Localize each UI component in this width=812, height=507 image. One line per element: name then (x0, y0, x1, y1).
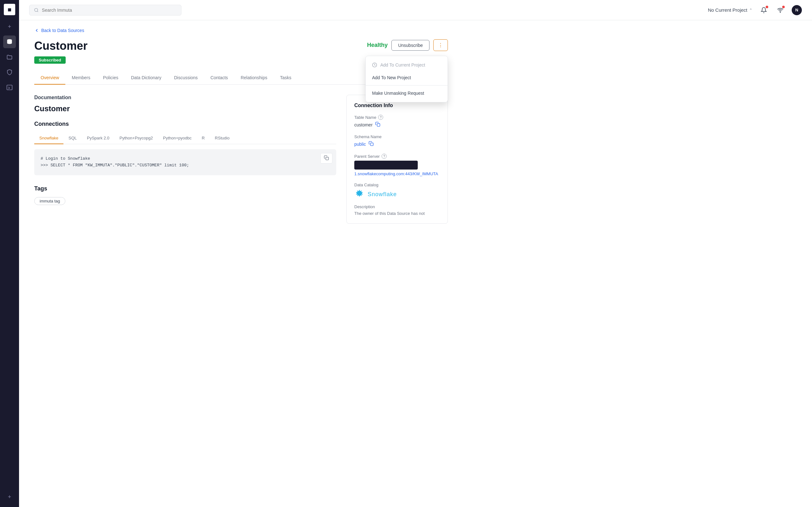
right-column: Connection Info Table Name ? customer (346, 95, 448, 224)
conn-tab-rstudio[interactable]: RStudio (210, 132, 235, 144)
add-to-new-project-item[interactable]: Add To New Project (366, 71, 448, 84)
tab-discussions[interactable]: Discussions (168, 71, 204, 84)
back-link[interactable]: Back to Data Sources (34, 28, 448, 33)
code-line-1: # Login to Snowflake (41, 156, 330, 162)
snowflake-brand-icon (354, 189, 364, 199)
header-actions: Healthy Unsubscribe ⋮ Add To Current Pro… (367, 39, 448, 51)
tab-tasks[interactable]: Tasks (274, 71, 298, 84)
page-title: Customer (34, 39, 88, 53)
page-content: Back to Data Sources Customer Subscribed… (19, 20, 463, 231)
project-selector[interactable]: No Current Project ⌃ (708, 7, 752, 13)
tab-contacts[interactable]: Contacts (204, 71, 234, 84)
snowflake-brand-text: Snowflake (368, 191, 397, 198)
snowflake-logo: Snowflake (354, 189, 440, 199)
add-nav-icon[interactable]: + (3, 20, 16, 33)
shield-nav-icon[interactable] (3, 66, 16, 78)
page-title-section: Customer Subscribed (34, 39, 88, 64)
tag-item: immuta tag (34, 197, 65, 205)
svg-marker-8 (356, 190, 363, 197)
conn-tab-psycopg2[interactable]: Python+Psycopg2 (114, 132, 158, 144)
dropdown-divider (366, 85, 448, 86)
tab-overview[interactable]: Overview (34, 71, 65, 84)
header-right: No Current Project ⌃ N (708, 5, 802, 15)
app-logo: ■ (4, 4, 15, 15)
add-current-project-label: Add To Current Project (380, 62, 425, 67)
table-name-copy-icon[interactable] (375, 122, 380, 128)
code-copy-button[interactable] (320, 153, 333, 164)
svg-point-2 (35, 8, 38, 11)
two-col-layout: Documentation Customer Connections Snowf… (34, 95, 448, 224)
database-nav-icon[interactable] (3, 36, 16, 48)
tab-relationships[interactable]: Relationships (235, 71, 274, 84)
conn-tab-sql[interactable]: SQL (63, 132, 82, 144)
top-header: No Current Project ⌃ N (19, 0, 812, 20)
code-block: # Login to Snowflake >>> SELECT * FROM "… (34, 149, 336, 175)
more-options-button[interactable]: ⋮ (433, 39, 448, 51)
tab-data-dictionary[interactable]: Data Dictionary (125, 71, 168, 84)
health-status: Healthy (367, 42, 388, 49)
terminal-nav-icon[interactable] (3, 81, 16, 94)
search-input[interactable] (42, 8, 177, 13)
description-label: Description (354, 205, 440, 209)
dropdown-menu: Add To Current Project Add To New Projec… (365, 56, 448, 102)
documentation-section-title: Documentation (34, 95, 336, 101)
user-avatar[interactable]: N (792, 5, 802, 15)
make-unmasking-request-item[interactable]: Make Unmasking Request (366, 87, 448, 100)
connection-tabs: Snowflake SQL PySpark 2.0 Python+Psycopg… (34, 132, 336, 144)
left-column: Documentation Customer Connections Snowf… (34, 95, 336, 224)
table-name-label: Table Name ? (354, 115, 440, 120)
connection-info-title: Connection Info (354, 103, 440, 108)
search-icon (34, 8, 39, 13)
conn-tab-snowflake[interactable]: Snowflake (34, 132, 63, 144)
unmasking-request-label: Make Unmasking Request (372, 91, 424, 96)
page-header: Customer Subscribed Healthy Unsubscribe … (34, 39, 448, 64)
notification-badge (766, 6, 768, 8)
connections-section-title: Connections (34, 121, 336, 127)
notifications-icon[interactable] (759, 5, 769, 15)
schema-name-copy-icon[interactable] (368, 141, 374, 147)
parent-server-link[interactable]: 1.snowflakecomputing.com:443/KW_IMMUTA (354, 171, 438, 176)
back-arrow-icon (34, 28, 39, 33)
main-area: No Current Project ⌃ N Back to Data Sour… (19, 0, 812, 507)
conn-tab-r[interactable]: R (197, 132, 210, 144)
add-to-current-project-item[interactable]: Add To Current Project (366, 59, 448, 71)
parent-server-help-icon[interactable]: ? (382, 154, 387, 159)
content-area: Back to Data Sources Customer Subscribed… (19, 20, 812, 507)
sidebar: ■ + + (0, 0, 19, 507)
parent-server-link-value: 1.snowflakecomputing.com:443/KW_IMMUTA (354, 171, 440, 176)
schema-name-value: public (354, 141, 440, 147)
project-label: No Current Project (708, 7, 747, 13)
back-link-text: Back to Data Sources (41, 28, 84, 33)
svg-rect-7 (370, 143, 373, 146)
connection-info-panel: Connection Info Table Name ? customer (346, 95, 448, 224)
clock-icon (372, 62, 377, 67)
subscribed-badge: Subscribed (34, 56, 66, 64)
chevron-down-icon: ⌃ (749, 8, 752, 12)
svg-rect-6 (377, 124, 380, 126)
documentation-title: Customer (34, 104, 336, 113)
tab-members[interactable]: Members (65, 71, 96, 84)
search-box[interactable] (29, 5, 182, 15)
wifi-badge (782, 6, 785, 8)
add-new-project-label: Add To New Project (372, 75, 411, 80)
svg-rect-1 (7, 85, 12, 90)
folder-nav-icon[interactable] (3, 51, 16, 63)
svg-point-3 (780, 12, 780, 12)
unsubscribe-button[interactable]: Unsubscribe (392, 40, 429, 51)
parent-server-label: Parent Server ? (354, 154, 440, 159)
tags-section-title: Tags (34, 185, 336, 192)
table-name-help-icon[interactable]: ? (378, 115, 383, 120)
parent-server-bar (354, 161, 418, 170)
schema-name-label: Schema Name (354, 134, 440, 139)
data-catalog-label: Data Catalog (354, 182, 440, 187)
table-name-value: customer (354, 122, 440, 128)
code-line-2: >>> SELECT * FROM "KW_IMMUTA"."PUBLIC"."… (41, 162, 330, 169)
svg-rect-5 (326, 157, 328, 160)
conn-tab-pyodbc[interactable]: Python+pyodbc (158, 132, 197, 144)
tab-policies[interactable]: Policies (97, 71, 125, 84)
conn-tab-pyspark[interactable]: PySpark 2.0 (82, 132, 114, 144)
description-text: The owner of this Data Source has not (354, 211, 440, 216)
wifi-icon[interactable] (775, 5, 785, 15)
add-bottom-icon[interactable]: + (3, 491, 16, 503)
